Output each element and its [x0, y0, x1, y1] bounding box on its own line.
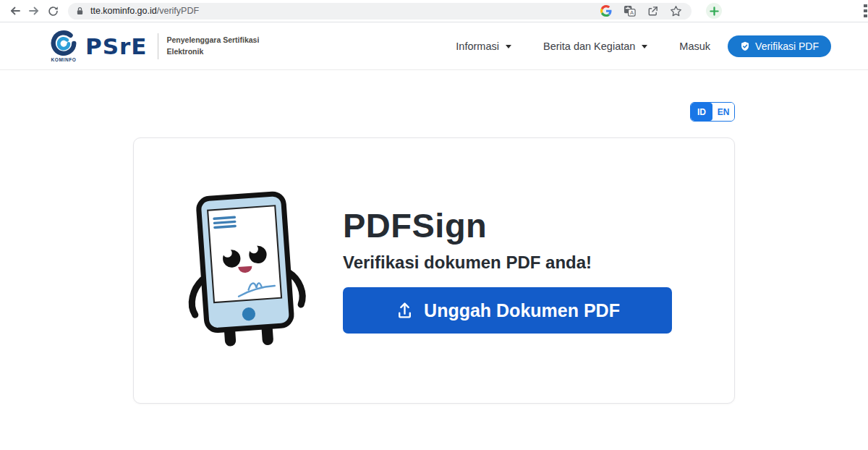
site-header: KOMINFO PSrE Penyelenggara Sertifikasi E…	[0, 22, 868, 70]
share-icon[interactable]	[645, 4, 660, 18]
cta-label: Verifikasi PDF	[755, 41, 819, 52]
lang-id-button[interactable]: ID	[691, 103, 712, 121]
logo-tagline: Penyelenggara Sertifikasi Elektronik	[167, 35, 260, 58]
language-toggle-row: ID EN	[133, 102, 735, 122]
lang-en-button[interactable]: EN	[712, 103, 734, 121]
upload-label: Unggah Dokumen PDF	[424, 300, 620, 321]
page-content: ID EN	[0, 102, 868, 404]
tagline-line1: Penyelenggara Sertifikasi	[167, 35, 260, 44]
address-bar[interactable]: tte.kominfo.go.id/verifyPDF A	[68, 3, 692, 20]
lock-icon[interactable]	[75, 6, 85, 16]
page-subtitle: Verifikasi dokumen PDF anda!	[343, 252, 672, 273]
google-icon[interactable]	[599, 4, 613, 18]
kominfo-logo: KOMINFO	[51, 30, 77, 62]
nav-label: Berita dan Kegiatan	[543, 41, 635, 52]
page-title: PDFSign	[343, 208, 672, 243]
verify-card: PDFSign Verifikasi dokumen PDF anda! Ung…	[133, 137, 735, 404]
nav-item-informasi[interactable]: Informasi	[456, 41, 511, 52]
url-path: /verifyPDF	[157, 6, 199, 16]
shield-check-icon	[740, 41, 750, 51]
language-toggle: ID EN	[690, 102, 735, 122]
forward-icon[interactable]	[25, 1, 43, 20]
tagline-line2: Elektronik	[167, 47, 204, 56]
site-logo: KOMINFO PSrE Penyelenggara Sertifikasi E…	[51, 30, 259, 62]
bookmark-star-icon[interactable]	[668, 4, 683, 18]
url-host: tte.kominfo.go.id	[90, 6, 157, 16]
verifikasi-pdf-button[interactable]: Verifikasi PDF	[728, 35, 831, 57]
chevron-down-icon	[642, 45, 647, 48]
pdfsign-mascot	[174, 190, 315, 351]
reload-icon[interactable]	[43, 1, 62, 20]
browser-menu-icon[interactable]	[864, 4, 868, 17]
chevron-down-icon	[506, 45, 511, 48]
main-nav: Informasi Berita dan Kegiatan Masuk Veri…	[424, 35, 831, 57]
nav-item-berita-dan-kegiatan[interactable]: Berita dan Kegiatan	[543, 41, 647, 52]
extension-icon[interactable]	[706, 3, 722, 19]
upload-pdf-button[interactable]: Unggah Dokumen PDF	[343, 287, 672, 334]
url-text: tte.kominfo.go.id/verifyPDF	[90, 6, 199, 16]
back-icon[interactable]	[6, 1, 25, 20]
kominfo-swirl-icon	[51, 30, 77, 56]
kominfo-caption: KOMINFO	[51, 57, 77, 62]
upload-icon	[395, 301, 414, 320]
nav-label: Masuk	[679, 41, 710, 52]
psre-wordmark: PSrE	[85, 33, 148, 59]
browser-toolbar: tte.kominfo.go.id/verifyPDF A	[0, 0, 868, 22]
translate-icon[interactable]: A	[622, 4, 637, 18]
logo-divider	[158, 33, 158, 59]
nav-label: Informasi	[456, 41, 499, 52]
hero-text: PDFSign Verifikasi dokumen PDF anda! Ung…	[343, 208, 672, 334]
nav-item-masuk[interactable]: Masuk	[679, 41, 710, 52]
